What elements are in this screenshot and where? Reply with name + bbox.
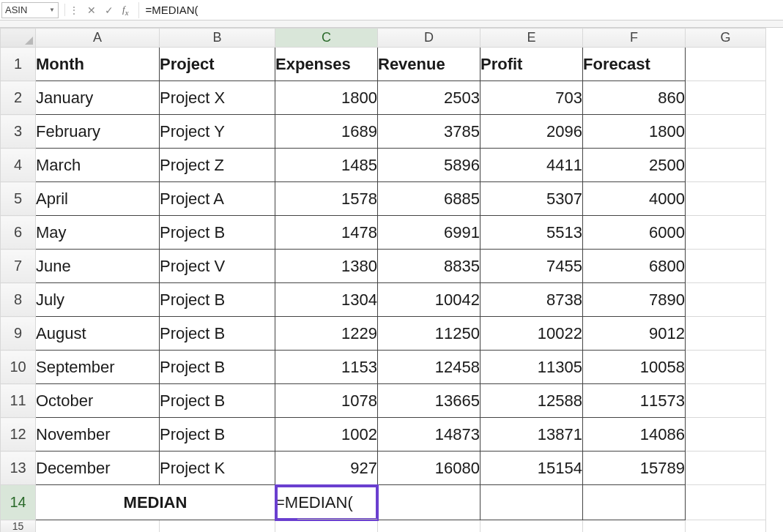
- cell-C12[interactable]: 1002: [275, 418, 378, 452]
- cell-G11[interactable]: [686, 384, 766, 418]
- cell-B11[interactable]: Project B: [160, 384, 275, 418]
- row-header-4[interactable]: 4: [1, 149, 36, 182]
- cell-F15[interactable]: [583, 520, 686, 533]
- cell-C9[interactable]: 1229: [275, 317, 378, 351]
- cell-G14[interactable]: [686, 485, 766, 520]
- cell-G5[interactable]: [686, 182, 766, 216]
- cell-E7[interactable]: 7455: [480, 250, 583, 283]
- cell-F5[interactable]: 4000: [583, 182, 686, 216]
- cell-E3[interactable]: 2096: [480, 115, 583, 149]
- cell-C2[interactable]: 1800: [275, 81, 378, 115]
- cell-E8[interactable]: 8738: [480, 283, 583, 317]
- cell-A5[interactable]: April: [36, 182, 160, 216]
- cell-D7[interactable]: 8835: [378, 250, 480, 283]
- col-header-A[interactable]: A: [36, 29, 160, 48]
- cell-B2[interactable]: Project X: [160, 81, 275, 115]
- median-label-cell[interactable]: MEDIAN: [36, 485, 275, 520]
- cell-E15[interactable]: [480, 520, 583, 533]
- cell-C7[interactable]: 1380: [275, 250, 378, 283]
- row-header-6[interactable]: 6: [1, 216, 36, 250]
- cell-F7[interactable]: 6800: [583, 250, 686, 283]
- cell-E12[interactable]: 13871: [480, 418, 583, 452]
- cell-D14[interactable]: [378, 485, 480, 520]
- cell-F13[interactable]: 15789: [583, 452, 686, 485]
- cell-D4[interactable]: 5896: [378, 149, 480, 182]
- cell-F10[interactable]: 10058: [583, 351, 686, 384]
- cell-G15[interactable]: [686, 520, 766, 533]
- cell-B6[interactable]: Project B: [160, 216, 275, 250]
- cell-B1[interactable]: Project: [160, 48, 275, 81]
- cell-D6[interactable]: 6991: [378, 216, 480, 250]
- cell-D2[interactable]: 2503: [378, 81, 480, 115]
- cell-G4[interactable]: [686, 149, 766, 182]
- col-header-E[interactable]: E: [480, 29, 583, 48]
- cell-E4[interactable]: 4411: [480, 149, 583, 182]
- cell-G8[interactable]: [686, 283, 766, 317]
- cell-D8[interactable]: 10042: [378, 283, 480, 317]
- row-header-1[interactable]: 1: [1, 48, 36, 81]
- cell-G6[interactable]: [686, 216, 766, 250]
- cell-G3[interactable]: [686, 115, 766, 149]
- cell-A11[interactable]: October: [36, 384, 160, 418]
- cell-D11[interactable]: 13665: [378, 384, 480, 418]
- cell-C10[interactable]: 1153: [275, 351, 378, 384]
- cell-D15[interactable]: [378, 520, 480, 533]
- cell-D3[interactable]: 3785: [378, 115, 480, 149]
- cell-F8[interactable]: 7890: [583, 283, 686, 317]
- chevron-down-icon[interactable]: ▼: [49, 7, 55, 13]
- cell-B12[interactable]: Project B: [160, 418, 275, 452]
- cell-B13[interactable]: Project K: [160, 452, 275, 485]
- cell-E14[interactable]: [480, 485, 583, 520]
- cell-A15[interactable]: [36, 520, 160, 533]
- cell-F14[interactable]: [583, 485, 686, 520]
- col-header-D[interactable]: D: [378, 29, 480, 48]
- cell-B15[interactable]: [160, 520, 275, 533]
- row-header-13[interactable]: 13: [1, 452, 36, 485]
- cell-C1[interactable]: Expenses: [275, 48, 378, 81]
- cancel-icon[interactable]: ✕: [87, 4, 96, 16]
- cell-D13[interactable]: 16080: [378, 452, 480, 485]
- cell-B7[interactable]: Project V: [160, 250, 275, 283]
- cell-E6[interactable]: 5513: [480, 216, 583, 250]
- cell-C15[interactable]: [275, 520, 378, 533]
- row-header-10[interactable]: 10: [1, 351, 36, 384]
- cell-D12[interactable]: 14873: [378, 418, 480, 452]
- cell-A7[interactable]: June: [36, 250, 160, 283]
- row-header-9[interactable]: 9: [1, 317, 36, 351]
- cell-G12[interactable]: [686, 418, 766, 452]
- row-header-15[interactable]: 15: [1, 520, 36, 533]
- cell-D1[interactable]: Revenue: [378, 48, 480, 81]
- cell-G13[interactable]: [686, 452, 766, 485]
- row-header-7[interactable]: 7: [1, 250, 36, 283]
- enter-check-icon[interactable]: ✓: [105, 4, 114, 16]
- cell-E1[interactable]: Profit: [480, 48, 583, 81]
- row-header-11[interactable]: 11: [1, 384, 36, 418]
- cell-G7[interactable]: [686, 250, 766, 283]
- cell-C8[interactable]: 1304: [275, 283, 378, 317]
- cell-B4[interactable]: Project Z: [160, 149, 275, 182]
- row-header-14[interactable]: 14: [1, 485, 36, 520]
- cell-B5[interactable]: Project A: [160, 182, 275, 216]
- select-all-corner[interactable]: [1, 29, 36, 48]
- cell-F3[interactable]: 1800: [583, 115, 686, 149]
- cell-A2[interactable]: January: [36, 81, 160, 115]
- cell-C3[interactable]: 1689: [275, 115, 378, 149]
- name-box[interactable]: ASIN ▼: [1, 2, 59, 18]
- cell-F2[interactable]: 860: [583, 81, 686, 115]
- cell-A9[interactable]: August: [36, 317, 160, 351]
- col-header-B[interactable]: B: [160, 29, 275, 48]
- cell-G10[interactable]: [686, 351, 766, 384]
- row-header-3[interactable]: 3: [1, 115, 36, 149]
- row-header-5[interactable]: 5: [1, 182, 36, 216]
- col-header-G[interactable]: G: [686, 29, 766, 48]
- cell-C5[interactable]: 1578: [275, 182, 378, 216]
- cell-B9[interactable]: Project B: [160, 317, 275, 351]
- cell-E10[interactable]: 11305: [480, 351, 583, 384]
- col-header-F[interactable]: F: [583, 29, 686, 48]
- cell-G1[interactable]: [686, 48, 766, 81]
- cell-D10[interactable]: 12458: [378, 351, 480, 384]
- cell-E11[interactable]: 12588: [480, 384, 583, 418]
- cell-C11[interactable]: 1078: [275, 384, 378, 418]
- cell-B8[interactable]: Project B: [160, 283, 275, 317]
- row-header-2[interactable]: 2: [1, 81, 36, 115]
